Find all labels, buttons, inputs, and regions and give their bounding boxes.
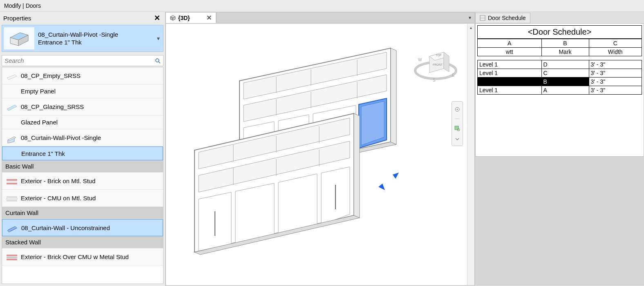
svg-marker-62: [444, 52, 449, 72]
schedule-body: <Door Schedule> ABCwttMarkWidthLevel 1D3…: [475, 23, 644, 157]
schedule-icon: [480, 15, 485, 21]
type-icon: [4, 175, 19, 187]
viewport-3d[interactable]: W E S TOP FRONT ▴: [165, 23, 475, 286]
close-icon[interactable]: ✕: [152, 13, 162, 22]
title-bar: Modify | Doors: [0, 0, 644, 12]
type-list-item[interactable]: Exterior - Brick Over CMU w Metal Stud: [2, 248, 163, 266]
type-item-label: Exterior - CMU on Mtl. Stud: [21, 195, 96, 202]
type-group-header: Stacked Wall: [2, 236, 163, 248]
type-list-item[interactable]: Exterior - CMU on Mtl. Stud: [2, 190, 163, 207]
type-item-label: Stacked Wall: [5, 239, 41, 246]
tab-overflow-icon[interactable]: ▼: [468, 16, 472, 20]
type-list-item[interactable]: Exterior - Brick on Mtl. Stud: [2, 173, 163, 190]
schedule-cell[interactable]: [478, 78, 542, 86]
type-list-item[interactable]: 08_CP_Empty_SRSS: [2, 67, 163, 84]
chevron-down-icon[interactable]: ▾: [155, 35, 161, 42]
schedule-row[interactable]: Level 1C3' - 3": [478, 69, 642, 78]
schedule-row[interactable]: Level 1A3' - 3": [478, 86, 642, 95]
zoom-region-icon[interactable]: [454, 125, 461, 132]
svg-rect-12: [7, 196, 17, 198]
schedule-col-letter[interactable]: C: [589, 39, 642, 48]
type-subname: Entrance 1" Thk: [38, 38, 152, 47]
scroll-up-icon[interactable]: ▴: [467, 24, 474, 31]
schedule-col-letter[interactable]: B: [541, 39, 589, 48]
navcube-front: FRONT: [433, 63, 443, 66]
type-item-label: Exterior - Brick Over CMU w Metal Stud: [21, 253, 129, 260]
schedule-cell[interactable]: Level 1: [478, 69, 542, 78]
type-list-item[interactable]: Empty Panel: [2, 84, 163, 98]
type-item-label: Curtain Wall: [5, 209, 38, 216]
type-item-label: Exterior - Brick on Mtl. Stud: [21, 177, 96, 184]
schedule-col-name[interactable]: Width: [589, 48, 642, 56]
separator-icon: [454, 118, 461, 120]
svg-point-64: [457, 109, 458, 110]
type-selector-text: 08_Curtain-Wall-Pivot -Single Entrance 1…: [35, 31, 155, 47]
type-list-item[interactable]: 08_CP_Glazing_SRSS: [2, 98, 163, 115]
type-item-label: 08_CP_Glazing_SRSS: [21, 103, 84, 110]
tab-strip: ▼: [216, 12, 475, 23]
view-tabs: {3D} ✕ ▼: [165, 12, 475, 23]
navcube-w: W: [418, 58, 422, 62]
schedule-cell[interactable]: Level 1: [478, 60, 542, 69]
schedule-row[interactable]: Level 1D3' - 3": [478, 60, 642, 69]
navcube-top: TOP: [436, 54, 442, 57]
vertical-scrollbar[interactable]: ▴: [467, 24, 474, 285]
pan-icon[interactable]: [454, 106, 461, 113]
schedule-cell[interactable]: C: [541, 69, 589, 78]
schedule-tab[interactable]: Door Schedule: [475, 13, 530, 23]
type-selector[interactable]: 08_Curtain-Wall-Pivot -Single Entrance 1…: [2, 25, 163, 52]
svg-rect-11: [7, 183, 17, 184]
schedule-cell[interactable]: D: [541, 60, 589, 69]
schedule-cell[interactable]: 3' - 3": [589, 69, 642, 78]
svg-marker-57: [354, 113, 360, 218]
view-tab-label: {3D}: [178, 15, 190, 21]
schedule-cell[interactable]: Level 1: [478, 86, 542, 95]
type-item-label: 08_Curtain-Wall-Pivot -Single: [21, 134, 101, 141]
svg-rect-20: [7, 259, 17, 260]
navcube-s: S: [433, 78, 436, 82]
schedule-cell[interactable]: B: [541, 78, 589, 86]
view-tab-3d[interactable]: {3D} ✕: [165, 12, 216, 23]
schedule-panel: Door Schedule <Door Schedule> ABCwttMark…: [475, 12, 644, 286]
chevron-down-icon[interactable]: [454, 137, 461, 141]
schedule-col-letter[interactable]: A: [478, 39, 542, 48]
search-input[interactable]: [2, 55, 163, 66]
schedule-table[interactable]: ABCwttMarkWidthLevel 1D3' - 3"Level 1C3'…: [477, 39, 642, 95]
view-area: {3D} ✕ ▼: [165, 12, 475, 286]
properties-header-label: Properties: [3, 15, 31, 22]
svg-rect-18: [7, 255, 17, 256]
type-icon: [4, 101, 19, 113]
type-item-label: Entrance 1" Thk: [21, 150, 65, 157]
type-name: 08_Curtain-Wall-Pivot -Single: [38, 31, 152, 39]
schedule-cell[interactable]: 3' - 3": [589, 60, 642, 69]
schedule-cell[interactable]: 3' - 3": [589, 86, 642, 95]
type-icon: [4, 70, 19, 82]
view-cube[interactable]: W E S TOP FRONT: [413, 40, 458, 85]
type-item-label: Basic Wall: [5, 163, 34, 170]
svg-marker-47: [235, 183, 274, 243]
type-list-item[interactable]: 08_Curtain-Wall - Unconstrained: [2, 219, 163, 236]
type-list-item[interactable]: 08_Curtain-Wall-Pivot -Single: [2, 129, 163, 146]
svg-rect-68: [480, 16, 485, 20]
tab-close-icon[interactable]: ✕: [206, 14, 212, 22]
svg-rect-9: [7, 179, 17, 181]
svg-rect-19: [7, 257, 17, 258]
schedule-empty-area: [475, 157, 644, 286]
svg-line-4: [159, 62, 160, 63]
properties-header: Properties ✕: [0, 12, 165, 24]
schedule-tabs: Door Schedule: [475, 12, 644, 23]
search-icon[interactable]: [155, 58, 161, 64]
schedule-col-name[interactable]: Mark: [541, 48, 589, 56]
schedule-cell[interactable]: 3' - 3": [589, 78, 642, 86]
schedule-row[interactable]: B3' - 3": [478, 78, 642, 86]
navigation-bar[interactable]: [452, 101, 463, 146]
type-thumbnail: [4, 27, 35, 50]
svg-rect-66: [455, 126, 458, 130]
type-icon: [5, 222, 20, 234]
schedule-col-name[interactable]: wtt: [478, 48, 542, 56]
schedule-title: <Door Schedule>: [477, 25, 642, 39]
search-field[interactable]: [4, 57, 155, 64]
schedule-cell[interactable]: A: [541, 86, 589, 95]
type-list-item[interactable]: Entrance 1" Thk: [2, 146, 163, 160]
type-list-item[interactable]: Glazed Panel: [2, 115, 163, 129]
